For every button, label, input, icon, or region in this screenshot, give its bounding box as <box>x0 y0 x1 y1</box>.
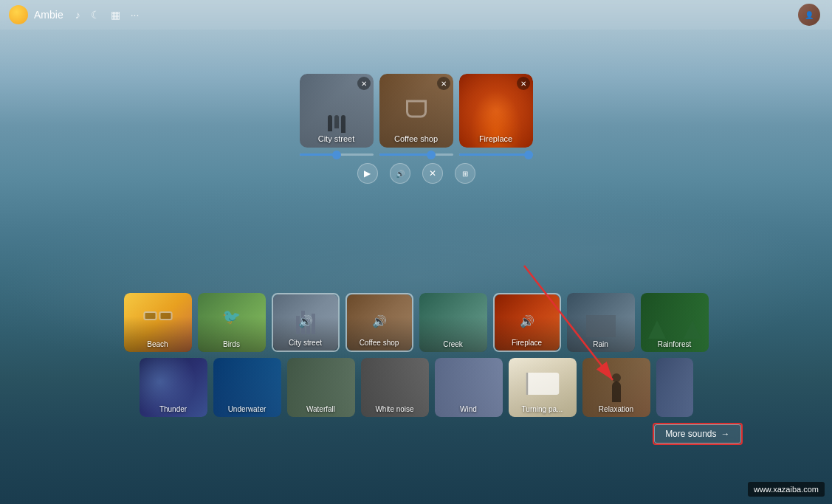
active-card-coffee-shop[interactable]: ✕ Coffee shop <box>379 74 453 148</box>
sound-card-wind[interactable]: Wind <box>435 358 503 417</box>
watermark: www.xazaiba.com <box>748 482 825 497</box>
close-coffee-shop[interactable]: ✕ <box>437 77 450 90</box>
more-sounds-arrow: → <box>721 429 730 439</box>
close-fireplace[interactable]: ✕ <box>517 77 530 90</box>
fireplace-slider[interactable] <box>459 153 533 156</box>
sound-card-extra[interactable] <box>656 358 693 417</box>
more-sounds-outline: More sounds → <box>653 423 742 445</box>
wind-label: Wind <box>435 405 503 413</box>
active-sounds-section: ✕ City street ✕ Coffee shop ✕ Fireplace <box>297 74 536 184</box>
user-avatar[interactable]: 👤 <box>798 4 820 26</box>
sliders-row <box>297 153 536 156</box>
music-icon[interactable]: ♪ <box>75 9 80 21</box>
sound-card-white-noise[interactable]: White noise <box>361 358 429 417</box>
fireplace-volume-icon: 🔊 <box>520 314 534 328</box>
playback-controls: ▶ 🔊 ✕ ⊞ <box>357 163 475 184</box>
rainforest-label: Rainforest <box>641 340 709 348</box>
rain-label: Rain <box>567 340 635 348</box>
sound-card-waterfall[interactable]: Waterfall <box>287 358 355 417</box>
turning-pages-label: Turning pa... <box>509 405 577 413</box>
fireplace-label: Fireplace <box>459 134 533 143</box>
extra-bg <box>656 358 693 417</box>
sound-card-rainforest[interactable]: Rainforest <box>641 293 709 352</box>
active-card-city-street[interactable]: ✕ City street <box>300 74 374 148</box>
coffee-shop-volume-icon: 🔊 <box>372 314 387 328</box>
sound-card-thunder[interactable]: Thunder <box>140 358 207 417</box>
sound-card-city-street[interactable]: 🔊 City street <box>272 293 340 352</box>
sound-card-relaxation[interactable]: Relaxation <box>582 358 650 417</box>
sound-grid-row2: Thunder Underwater Waterfall White noise <box>84 358 749 417</box>
stop-button[interactable]: ✕ <box>422 163 443 184</box>
creek-label: Creek <box>419 340 487 348</box>
sound-card-beach[interactable]: Beach <box>124 293 192 352</box>
underwater-label: Underwater <box>213 405 281 413</box>
thunder-label: Thunder <box>140 405 207 413</box>
coffee-shop-label: Coffee shop <box>379 134 453 143</box>
sound-card-creek[interactable]: Creek <box>419 293 487 352</box>
sound-grid-section: Beach 🐦 Birds 🔊 City street <box>84 293 749 445</box>
city-street-volume-icon: 🔊 <box>298 314 313 328</box>
volume-button[interactable]: 🔊 <box>390 163 410 184</box>
more-icon[interactable]: ··· <box>131 9 140 21</box>
coffee-shop-slider[interactable] <box>379 153 453 156</box>
titlebar: Ambie ♪ ☾ ▦ ··· 👤 <box>0 0 832 30</box>
city-street-slider[interactable] <box>300 153 374 156</box>
app-logo <box>9 5 28 24</box>
mix-button[interactable]: ⊞ <box>455 163 475 184</box>
beach-label: Beach <box>124 340 192 348</box>
more-sounds-button[interactable]: More sounds → <box>654 424 740 443</box>
white-noise-label: White noise <box>361 405 429 413</box>
play-button[interactable]: ▶ <box>357 163 378 184</box>
sound-grid-row1: Beach 🐦 Birds 🔊 City street <box>84 293 749 352</box>
sound-card-turning-pages[interactable]: Turning pa... <box>509 358 577 417</box>
active-cards: ✕ City street ✕ Coffee shop ✕ Fireplace <box>300 74 533 148</box>
close-city-street[interactable]: ✕ <box>357 77 371 90</box>
city-street-label: City street <box>300 134 374 143</box>
sound-card-birds[interactable]: 🐦 Birds <box>198 293 266 352</box>
fireplace-grid-label: Fireplace <box>495 339 560 347</box>
more-sounds-row: More sounds → <box>84 423 749 445</box>
moon-icon[interactable]: ☾ <box>91 9 100 21</box>
more-sounds-label: More sounds <box>665 429 716 439</box>
picture-icon[interactable]: ▦ <box>111 9 120 21</box>
city-street-grid-label: City street <box>273 339 338 347</box>
coffee-shop-grid-label: Coffee shop <box>347 339 412 347</box>
birds-label: Birds <box>198 340 266 348</box>
titlebar-icons: ♪ ☾ ▦ ··· <box>75 9 140 21</box>
sound-card-underwater[interactable]: Underwater <box>213 358 281 417</box>
active-card-fireplace[interactable]: ✕ Fireplace <box>459 74 533 148</box>
waterfall-label: Waterfall <box>287 405 355 413</box>
sound-card-rain[interactable]: Rain <box>567 293 635 352</box>
sound-card-coffee-shop[interactable]: 🔊 Coffee shop <box>345 293 413 352</box>
sound-card-fireplace[interactable]: 🔊 Fireplace <box>493 293 561 352</box>
app-title: Ambie <box>34 9 63 21</box>
relaxation-label: Relaxation <box>582 405 650 413</box>
